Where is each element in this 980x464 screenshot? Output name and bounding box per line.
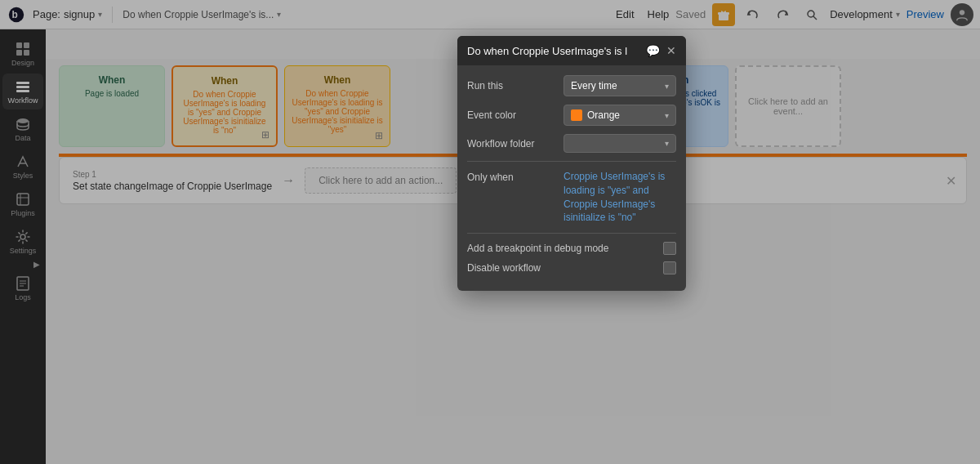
event-color-row: Event color Orange ▾ bbox=[467, 105, 676, 126]
run-this-arrow: ▾ bbox=[665, 82, 669, 91]
run-this-label: Run this bbox=[467, 80, 557, 91]
modal-close-icon[interactable]: ✕ bbox=[666, 44, 676, 57]
workflow-settings-modal: Do when Croppie UserImage's is l 💬 ✕ Run… bbox=[457, 36, 686, 291]
breakpoint-checkbox[interactable] bbox=[663, 242, 676, 255]
run-this-value: Every time bbox=[571, 80, 617, 91]
disable-row: Disable workflow bbox=[467, 261, 676, 274]
disable-label: Disable workflow bbox=[467, 262, 657, 274]
workflow-folder-arrow: ▾ bbox=[665, 139, 669, 148]
event-color-value: Orange bbox=[587, 109, 620, 121]
event-color-label: Event color bbox=[467, 109, 557, 121]
only-when-row: Only when Croppie UserImage's is loading… bbox=[467, 170, 676, 225]
modal-chat-icon[interactable]: 💬 bbox=[646, 44, 660, 57]
workflow-folder-select[interactable]: ▾ bbox=[564, 134, 676, 153]
run-this-select[interactable]: Every time ▾ bbox=[564, 75, 676, 96]
modal-header: Do when Croppie UserImage's is l 💬 ✕ bbox=[457, 36, 686, 65]
modal-divider bbox=[467, 161, 676, 162]
only-when-value[interactable]: Croppie UserImage's is loading is "yes" … bbox=[564, 170, 676, 225]
run-this-row: Run this Every time ▾ bbox=[467, 75, 676, 96]
modal-body: Run this Every time ▾ Event color Orange… bbox=[457, 65, 686, 291]
event-color-arrow: ▾ bbox=[665, 111, 669, 120]
workflow-folder-label: Workflow folder bbox=[467, 138, 557, 149]
workflow-folder-row: Workflow folder ▾ bbox=[467, 134, 676, 153]
modal-title: Do when Croppie UserImage's is l bbox=[467, 45, 627, 57]
modal-divider-2 bbox=[467, 233, 676, 234]
breakpoint-label: Add a breakpoint in debug mode bbox=[467, 243, 657, 254]
only-when-label: Only when bbox=[467, 170, 557, 183]
modal-header-icons: 💬 ✕ bbox=[646, 44, 676, 57]
event-color-select[interactable]: Orange ▾ bbox=[564, 105, 676, 126]
modal-overlay[interactable]: Do when Croppie UserImage's is l 💬 ✕ Run… bbox=[0, 0, 980, 464]
breakpoint-row: Add a breakpoint in debug mode bbox=[467, 242, 676, 255]
color-swatch bbox=[571, 109, 582, 121]
disable-checkbox[interactable] bbox=[663, 261, 676, 274]
